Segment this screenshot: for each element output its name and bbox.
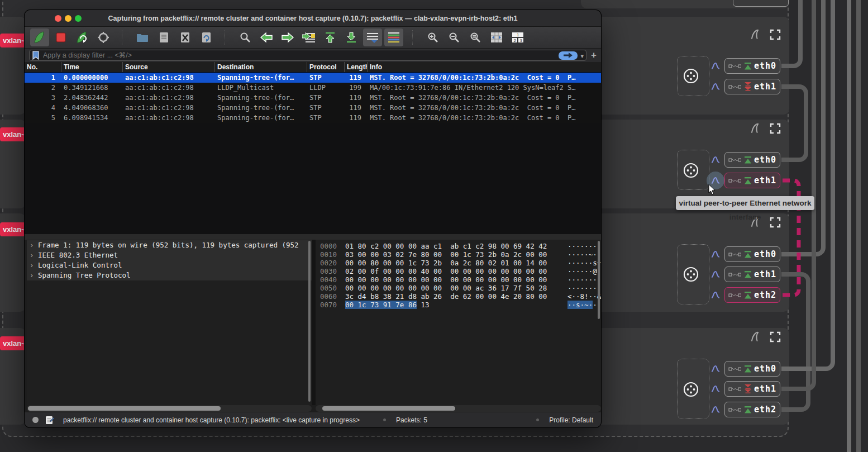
auto-scroll-icon[interactable]: [363, 28, 382, 46]
hex-row[interactable]: 003002 00 0f 00 00 00 40 00 00 00 00 00 …: [316, 267, 601, 275]
reload-file-icon[interactable]: [197, 28, 216, 46]
capture-wave-icon[interactable]: [711, 405, 720, 414]
save-file-icon[interactable]: [154, 28, 173, 46]
iface-badge-eth0[interactable]: eth0: [724, 361, 780, 377]
expand-chevron-icon[interactable]: [30, 260, 34, 270]
zoom-in-icon[interactable]: [423, 28, 442, 46]
expand-chevron-icon[interactable]: [30, 250, 34, 260]
capture-wave-icon[interactable]: [711, 61, 720, 70]
expert-info-icon[interactable]: [45, 416, 54, 425]
hex-row[interactable]: 001003 00 00 03 02 7e 80 00 00 1c 73 2b …: [316, 250, 601, 259]
node-label[interactable]: vxlan-e: [0, 222, 26, 236]
container-icon[interactable]: [683, 381, 699, 398]
close-window-button[interactable]: [55, 15, 61, 22]
packet-row-2[interactable]: 20.349121668aa:c1:ab:c1:c2:98LLDP_Multic…: [25, 83, 601, 93]
column-no[interactable]: No.: [25, 62, 61, 72]
title-bar[interactable]: Capturing from packetflix:// remote clus…: [25, 10, 601, 27]
hex-row[interactable]: 004000 00 00 00 00 00 00 00 00 00 00 00 …: [316, 275, 601, 284]
packet-row-1[interactable]: 10.000000000aa:c1:ab:c1:c2:98Spanning-tr…: [25, 73, 601, 83]
iface-badge-eth1[interactable]: eth1: [724, 381, 780, 397]
column-destination[interactable]: Destination: [214, 62, 307, 72]
hex-dump-pane[interactable]: 000001 80 c2 00 00 00 aa c1 ab c1 c2 98 …: [316, 240, 601, 405]
zoom-out-icon[interactable]: [445, 28, 464, 46]
capture-fin-icon[interactable]: [749, 330, 762, 344]
hex-row[interactable]: 005000 00 00 00 00 00 00 00 00 00 ac 36 …: [316, 284, 601, 292]
detail-row-stp[interactable]: Spanning Tree Protocol: [27, 270, 312, 280]
capture-wave-icon[interactable]: [711, 270, 720, 279]
go-back-icon[interactable]: [257, 28, 276, 46]
filter-dropdown-caret[interactable]: [581, 50, 584, 60]
filter-bookmark-icon[interactable]: [32, 51, 40, 60]
packet-row-5[interactable]: 56.098941534aa:c1:ab:c1:c2:98Spanning-tr…: [25, 113, 601, 123]
iface-badge-eth1-traced[interactable]: eth1: [724, 173, 780, 188]
capture-wave-icon[interactable]: [711, 82, 720, 91]
expand-chevron-icon[interactable]: [30, 240, 34, 250]
resize-columns-icon[interactable]: [487, 28, 506, 46]
capture-wave-icon[interactable]: [711, 364, 720, 373]
details-vertical-scrollbar[interactable]: [308, 241, 311, 402]
iface-badge-eth0[interactable]: eth0: [724, 58, 780, 74]
iface-badge-eth2[interactable]: eth2: [724, 402, 780, 417]
hex-row[interactable]: 002000 00 80 00 00 1c 73 2b 0a 2c 80 02 …: [316, 259, 601, 267]
display-filter-field[interactable]: [29, 50, 586, 61]
capture-fin-icon[interactable]: [749, 122, 762, 135]
column-info[interactable]: Info: [367, 62, 601, 72]
detail-row-ethernet[interactable]: IEEE 802.3 Ethernet: [27, 250, 312, 260]
hex-row[interactable]: 00603c d4 b8 38 21 d8 ab 26 de 62 00 00 …: [316, 292, 601, 301]
capture-wave-icon[interactable]: [711, 250, 720, 259]
column-length[interactable]: Length: [344, 62, 367, 72]
go-to-packet-icon[interactable]: [299, 28, 318, 46]
iface-badge-eth1[interactable]: eth1: [724, 267, 780, 282]
go-top-icon[interactable]: [321, 28, 340, 46]
open-file-icon[interactable]: [133, 28, 152, 46]
hex-row-selected[interactable]: 007000 1c 73 91 7e 86 13··s·~··: [316, 301, 601, 309]
expand-icon[interactable]: [770, 331, 781, 342]
display-columns-icon[interactable]: 123: [508, 28, 527, 46]
node-label[interactable]: vxlan-e: [0, 336, 26, 350]
pane-splitter[interactable]: [25, 234, 601, 240]
capture-wave-icon[interactable]: [711, 176, 720, 185]
expand-icon[interactable]: [770, 29, 781, 40]
find-packet-icon[interactable]: [236, 28, 255, 46]
capture-wave-icon[interactable]: [711, 291, 720, 299]
hex-hscroll-thumb[interactable]: [322, 406, 455, 411]
zoom-window-button[interactable]: [75, 15, 82, 22]
zoom-original-icon[interactable]: [466, 28, 485, 46]
iface-badge-eth2-traced[interactable]: eth2: [724, 287, 780, 303]
column-time[interactable]: Time: [61, 62, 122, 72]
expand-icon[interactable]: [770, 217, 781, 228]
iface-badge-eth0[interactable]: eth0: [724, 152, 780, 168]
iface-badge-eth0[interactable]: eth0: [724, 246, 780, 262]
capture-wave-icon[interactable]: [711, 155, 720, 164]
iface-badge-eth1[interactable]: eth1: [724, 79, 780, 94]
packet-list-header[interactable]: No. Time Source Destination Protocol Len…: [25, 62, 601, 73]
pane-divider[interactable]: [312, 240, 316, 405]
hex-row[interactable]: 000001 80 c2 00 00 00 aa c1 ab c1 c2 98 …: [316, 242, 601, 250]
column-source[interactable]: Source: [122, 62, 214, 72]
expand-chevron-icon[interactable]: [30, 270, 34, 280]
close-file-icon[interactable]: [175, 28, 194, 46]
packet-details-pane[interactable]: Frame 1: 119 bytes on wire (952 bits), 1…: [27, 240, 312, 405]
minimize-window-button[interactable]: [65, 15, 71, 22]
apply-filter-button[interactable]: [559, 51, 578, 60]
go-bottom-icon[interactable]: [342, 28, 361, 46]
capture-wave-icon[interactable]: [711, 384, 720, 393]
packet-row-3[interactable]: 32.048362442aa:c1:ab:c1:c2:98Spanning-tr…: [25, 93, 601, 103]
details-hscroll-thumb[interactable]: [28, 406, 221, 411]
capture-start-icon[interactable]: [30, 28, 49, 46]
column-protocol[interactable]: Protocol: [307, 62, 344, 72]
packet-row-4[interactable]: 44.049068360aa:c1:ab:c1:c2:98Spanning-tr…: [25, 103, 601, 113]
hex-vertical-scrollbar[interactable]: [598, 241, 600, 319]
capture-fin-icon[interactable]: [749, 28, 762, 41]
colorize-icon[interactable]: [384, 28, 403, 46]
node-label[interactable]: vxlan-e: [0, 127, 26, 141]
container-icon[interactable]: [683, 68, 699, 84]
node-label[interactable]: vxlan-e: [0, 34, 26, 47]
detail-row-llc[interactable]: Logical-Link Control: [27, 260, 312, 270]
container-icon[interactable]: [683, 162, 699, 179]
go-forward-icon[interactable]: [278, 28, 297, 46]
capture-options-icon[interactable]: [94, 28, 113, 46]
detail-row-frame[interactable]: Frame 1: 119 bytes on wire (952 bits), 1…: [27, 240, 312, 250]
capture-stop-icon[interactable]: [51, 28, 70, 46]
profile-label[interactable]: Profile: Default: [549, 416, 593, 424]
